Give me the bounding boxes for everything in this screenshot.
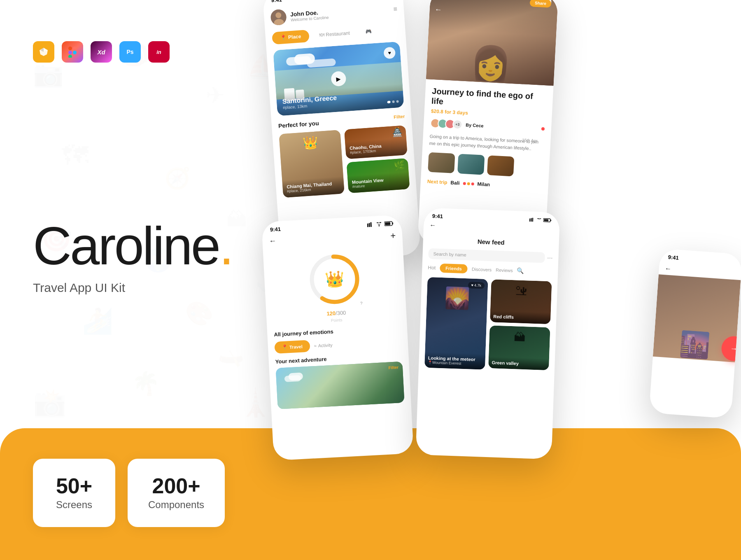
- components-label: Components: [148, 499, 204, 511]
- svg-rect-51: [529, 218, 531, 222]
- feed-body: New feed Search by name ··· Hot Friends …: [419, 231, 559, 377]
- svg-point-24: [73, 51, 77, 54]
- svg-rect-23: [68, 51, 72, 54]
- feed-more-icon[interactable]: ···: [547, 254, 553, 261]
- brand-section: Caroline. Travel App UI Kit: [33, 137, 255, 295]
- trip-city-milan: Milan: [477, 181, 490, 188]
- feed-right-col: 🏜 Red cliffs 🏔 Green valley: [488, 279, 552, 372]
- place-card-chaohu[interactable]: 🏯 Chaohu, China #place, 1703km: [344, 125, 408, 159]
- svg-rect-42: [367, 223, 368, 227]
- score-circle: 👑 ?: [306, 251, 363, 308]
- phone-feed-screen: 9:41 ← New feed Search by name ··· Hot: [416, 208, 560, 459]
- phone-small-screen: 9:41 ← 🌆 →: [649, 249, 741, 419]
- trip-dots: [463, 182, 474, 185]
- adventure-filter[interactable]: Filter: [388, 365, 398, 370]
- user-header: John Doe. Welcome to Caroline ≡: [270, 1, 398, 26]
- share-label[interactable]: Share: [530, 0, 552, 8]
- crown-content: 👑: [324, 270, 345, 289]
- author-count: +3: [452, 119, 463, 130]
- search-icon-feed[interactable]: 🔍: [517, 267, 524, 274]
- screens-number: 50+: [54, 475, 95, 497]
- svg-rect-52: [531, 218, 532, 222]
- back-arrow-small[interactable]: ←: [664, 265, 671, 272]
- tab-restaurant[interactable]: 🍽 Restaurant: [313, 26, 356, 42]
- svg-rect-44: [370, 222, 372, 227]
- tab-activity[interactable]: ≈ Activity: [314, 342, 332, 348]
- question-mark: ?: [360, 301, 363, 306]
- tab-more[interactable]: 🎮: [359, 25, 378, 38]
- story-date: 15th Apr: [522, 138, 538, 143]
- feed-card-cliffs[interactable]: 🏜 Red cliffs: [490, 279, 552, 324]
- figma-icon: [62, 41, 83, 63]
- story-authors: +3 By Cece: [430, 118, 545, 134]
- stats-section: 50+ Screens 200+ Components: [33, 459, 225, 527]
- trip-dot-3: [471, 182, 474, 185]
- story-description: Going on a trip to America, looking for …: [429, 133, 544, 153]
- story-photo: ■ 👩 Share ←: [426, 0, 558, 86]
- trip-city-bali: Bali: [450, 180, 460, 186]
- place-card-overlay-chiangmai: Chiang Mai, Thailand #place, 216km: [282, 176, 345, 198]
- invision-icon: in: [148, 41, 170, 63]
- feed-search-input[interactable]: Search by name: [428, 248, 545, 263]
- places-grid: 👑 Chiang Mai, Thailand #place, 216km 🏯 C…: [279, 125, 410, 198]
- next-trip-label: Next trip: [427, 179, 447, 186]
- featured-card[interactable]: ▶ ♥ Santorini, Greece #place, 13km: [273, 42, 404, 116]
- tab-friends[interactable]: Friends: [440, 264, 468, 273]
- trip-dot-1: [463, 182, 466, 185]
- next-trip-row: Next trip Bali Milan: [427, 179, 542, 191]
- screens-label: Screens: [54, 499, 95, 511]
- svg-rect-43: [369, 223, 370, 227]
- status-time-small: 9:41: [668, 254, 679, 261]
- dot-indicators: [387, 100, 398, 103]
- story-authors-row: +3 By Cece 15th Apr: [430, 118, 545, 134]
- adventure-image: Filter: [276, 362, 405, 409]
- status-time-feed: 9:41: [432, 213, 443, 219]
- back-arrow-story[interactable]: ←: [434, 5, 442, 14]
- feed-title: New feed: [429, 236, 553, 248]
- svg-rect-55: [550, 219, 551, 221]
- svg-rect-47: [392, 222, 393, 224]
- journey-tabs: 📍 Travel ≈ Activity: [274, 335, 401, 354]
- feed-card-overlay-meteor: Looking at the meteor 📍Mountain Everest: [424, 352, 485, 370]
- story-by: By Cece: [466, 122, 484, 128]
- place-card-overlay-nature: Mountain View #nature: [347, 172, 410, 193]
- place-card-overlay-chaohu: Chaohu, China #place, 1703km: [345, 138, 408, 159]
- feed-cards-grid: 🌄 ♥4.7k Looking at the meteor 📍Mountain …: [424, 277, 552, 372]
- xd-icon: Xd: [91, 41, 112, 63]
- svg-rect-25: [68, 55, 72, 58]
- back-arrow-feed[interactable]: ←: [429, 222, 436, 229]
- tab-discovers[interactable]: Discovers: [472, 267, 492, 273]
- feed-card-overlay-valley: Green valley: [488, 357, 549, 370]
- journey-status-icons: [367, 221, 394, 227]
- place-card-chiangmai[interactable]: 👑 Chiang Mai, Thailand #place, 216km: [279, 130, 344, 198]
- story-thumb-1: [428, 152, 455, 173]
- feed-card-title-valley: Green valley: [492, 360, 545, 367]
- components-stat-card: 200+ Components: [128, 459, 225, 527]
- brand-subtitle: Travel App UI Kit: [33, 281, 255, 295]
- place-tabs: 📍 Place 🍽 Restaurant 🎮: [272, 23, 399, 44]
- crown-emoji: 👑: [324, 270, 345, 289]
- add-button-journey[interactable]: +: [390, 230, 396, 241]
- tab-hot[interactable]: Hot: [428, 265, 436, 271]
- left-content: Xd Ps in Caroline. Travel App UI Kit 50+…: [0, 0, 288, 560]
- feed-status-icons: [529, 217, 552, 222]
- story-title: Journey to find the ego of life: [431, 86, 547, 112]
- author-avatars: +3: [430, 118, 463, 130]
- feed-filter-tabs: Hot Friends Discovers Reviews 🔍: [428, 263, 552, 277]
- story-content: Journey to find the ego of life $20.8 fo…: [420, 79, 554, 197]
- tab-reviews[interactable]: Reviews: [496, 268, 513, 273]
- place-card-nature[interactable]: 🌿 Mountain View #nature: [347, 158, 410, 193]
- feed-card-overlay-cliffs: Red cliffs: [490, 310, 551, 324]
- svg-rect-21: [68, 47, 72, 50]
- brand-name: Caroline.: [33, 219, 255, 273]
- feed-card-meteor[interactable]: 🌄 ♥4.7k Looking at the meteor 📍Mountain …: [424, 277, 488, 370]
- svg-rect-53: [532, 217, 534, 222]
- feed-card-title-cliffs: Red cliffs: [493, 314, 547, 321]
- like-badge-meteor: ♥4.7k: [468, 282, 485, 289]
- svg-rect-22: [73, 47, 77, 50]
- svg-rect-56: [544, 219, 548, 221]
- user-info: John Doe. Welcome to Caroline: [290, 8, 329, 22]
- filter-label[interactable]: Filter: [394, 114, 405, 119]
- story-thumbnails: [428, 152, 543, 178]
- feed-card-valley[interactable]: 🏔 Green valley: [488, 325, 550, 370]
